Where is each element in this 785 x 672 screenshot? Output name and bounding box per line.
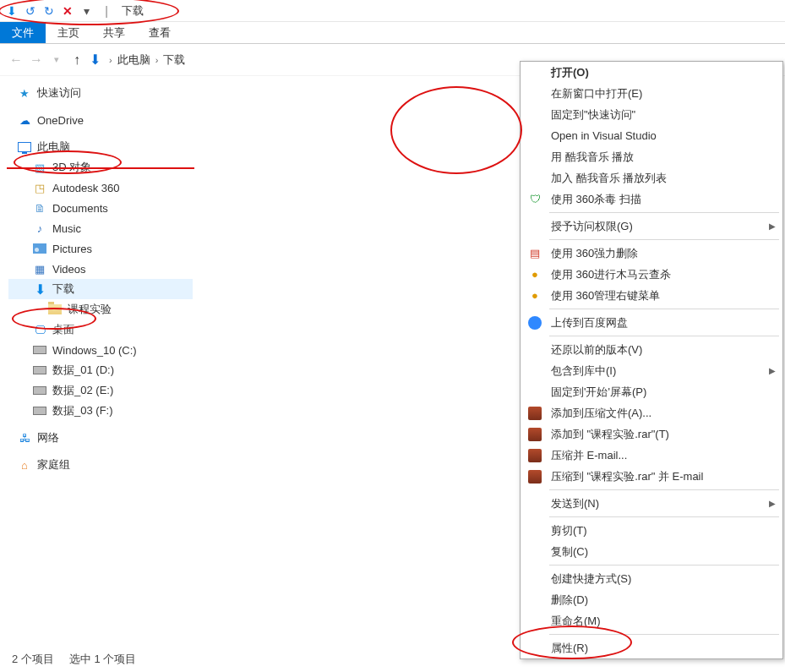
sidebar-item-label: Documents <box>52 202 108 215</box>
tab-home[interactable]: 主页 <box>46 22 91 43</box>
ctx-grant-access[interactable]: 授予访问权限(G)▶ <box>521 216 782 237</box>
sidebar-item-pictures[interactable]: Pictures <box>8 238 193 259</box>
nav-back-button[interactable]: ← <box>7 51 25 69</box>
ctx-rar-add[interactable]: 添加到压缩文件(A)... <box>521 402 782 423</box>
shred-icon: ▤ <box>526 244 544 263</box>
sidebar-item-label: 课程实验 <box>68 302 112 317</box>
titlebar: ⬇ ↺ ↻ ✕ ▾ | 下载 <box>0 0 785 22</box>
sidebar-network[interactable]: 🖧 网络 <box>8 428 193 448</box>
sidebar-item-desktop[interactable]: 🖵 桌面 <box>8 320 193 340</box>
separator <box>549 516 779 517</box>
ctx-360-trojan[interactable]: ●使用 360进行木马云查杀 <box>521 264 782 285</box>
ctx-360-scan[interactable]: 🛡使用 360杀毒 扫描 <box>521 188 782 210</box>
sidebar-item-f-drive[interactable]: 数据_03 (F:) <box>8 401 193 421</box>
baidu-icon <box>526 314 544 332</box>
ctx-open-new-window[interactable]: 在新窗口中打开(E) <box>521 83 782 104</box>
nav-forward-button[interactable]: → <box>27 51 46 69</box>
tab-share[interactable]: 共享 <box>91 22 137 43</box>
statusbar: 2 个项目 选中 1 个项目 <box>0 647 785 672</box>
ctx-rename[interactable]: 重命名(M) <box>521 610 782 631</box>
shield-icon: 🛡 <box>526 190 544 209</box>
folder-icon: ▧ <box>32 160 47 175</box>
tab-file[interactable]: 文件 <box>0 22 46 43</box>
ctx-baidu-upload[interactable]: 上传到百度网盘 <box>521 312 782 333</box>
chevron-right-icon: ▶ <box>769 366 776 375</box>
ctx-pin-quick[interactable]: 固定到"快速访问" <box>521 104 782 125</box>
ctx-360-menu[interactable]: ●使用 360管理右键菜单 <box>521 285 782 306</box>
documents-icon: 🗎 <box>32 200 47 216</box>
sidebar-item-label: 数据_01 (D:) <box>52 363 114 378</box>
sidebar-item-c-drive[interactable]: Windows_10 (C:) <box>8 340 193 360</box>
qat-dropdown-icon[interactable]: ▾ <box>78 3 95 19</box>
network-icon: 🖧 <box>17 430 32 445</box>
separator <box>549 565 779 565</box>
download-icon: ⬇ <box>90 52 101 68</box>
sidebar-quick-access[interactable]: ★ 快速访问 <box>8 83 193 103</box>
sidebar-item-label: 桌面 <box>52 322 74 337</box>
chevron-right-icon: ▶ <box>769 221 776 231</box>
sidebar-item-e-drive[interactable]: 数据_02 (E:) <box>8 380 193 401</box>
sidebar-item-experiment[interactable]: 课程实验 <box>8 299 193 320</box>
delete-button[interactable]: ✕ <box>59 3 76 19</box>
sidebar-item-label: 数据_03 (F:) <box>52 403 113 418</box>
tab-view[interactable]: 查看 <box>137 22 183 43</box>
ctx-kuwo-play[interactable]: 用 酷我音乐 播放 <box>521 146 782 167</box>
ctx-include-library[interactable]: 包含到库中(I)▶ <box>521 360 782 381</box>
undo-button[interactable]: ↺ <box>22 3 39 19</box>
sidebar-item-autodesk[interactable]: ◳ Autodesk 360 <box>8 178 193 198</box>
sidebar-item-music[interactable]: ♪ Music <box>8 218 193 238</box>
disk-icon: ● <box>526 265 544 284</box>
ctx-copy[interactable]: 复制(C) <box>521 541 782 562</box>
separator <box>549 212 779 213</box>
music-icon: ♪ <box>32 221 47 236</box>
sidebar-item-d-drive[interactable]: 数据_01 (D:) <box>8 360 193 380</box>
ctx-delete[interactable]: 删除(D) <box>521 589 782 610</box>
drive-icon <box>32 342 47 358</box>
sidebar: ★ 快速访问 ☁ OneDrive 此电脑 ▧ 3D 对象 ◳ Autodesk… <box>0 76 194 647</box>
sidebar-item-documents[interactable]: 🗎 Documents <box>8 198 193 218</box>
homegroup-icon: ⌂ <box>17 457 32 473</box>
ctx-restore[interactable]: 还原以前的版本(V) <box>521 339 782 360</box>
ctx-cut[interactable]: 剪切(T) <box>521 520 782 541</box>
desktop-icon: 🖵 <box>32 322 47 337</box>
folder-icon <box>47 302 63 317</box>
quick-access-toolbar: ⬇ ↺ ↻ ✕ ▾ | <box>3 3 117 19</box>
ctx-shortcut[interactable]: 创建快捷方式(S) <box>521 568 782 589</box>
sidebar-item-label: Videos <box>52 263 86 276</box>
ctx-sendto[interactable]: 发送到(N)▶ <box>521 493 782 514</box>
sidebar-item-videos[interactable]: ▦ Videos <box>8 259 193 279</box>
rar-icon <box>526 467 544 486</box>
sidebar-item-3d[interactable]: ▧ 3D 对象 <box>8 157 193 178</box>
ctx-pin-start[interactable]: 固定到'开始'屏幕(P) <box>521 381 782 402</box>
ctx-rar-name-email[interactable]: 压缩到 "课程实验.rar" 并 E-mail <box>521 466 782 487</box>
window-title: 下载 <box>122 3 144 19</box>
rar-icon <box>526 425 544 444</box>
breadcrumb-sep-icon: › <box>155 55 159 65</box>
redo-button[interactable]: ↻ <box>41 3 57 19</box>
sidebar-thispc[interactable]: 此电脑 <box>8 137 193 157</box>
sidebar-item-label: 下载 <box>52 281 74 297</box>
sidebar-onedrive[interactable]: ☁ OneDrive <box>8 110 193 130</box>
ctx-360-delete[interactable]: ▤使用 360强力删除 <box>521 243 782 264</box>
videos-icon: ▦ <box>32 261 47 276</box>
ctx-open-vs[interactable]: Open in Visual Studio <box>521 125 782 146</box>
sidebar-item-downloads[interactable]: ⬇ 下载 <box>8 279 193 299</box>
sidebar-item-label: 家庭组 <box>37 457 70 473</box>
crumb-thispc[interactable]: 此电脑 <box>117 52 150 68</box>
nav-up-button[interactable]: ↑ <box>68 51 86 69</box>
ctx-rar-add-name[interactable]: 添加到 "课程实验.rar"(T) <box>521 423 782 445</box>
ctx-rar-email[interactable]: 压缩并 E-mail... <box>521 445 782 466</box>
rar-icon <box>526 446 544 465</box>
sidebar-item-label: Pictures <box>52 243 92 255</box>
crumb-downloads[interactable]: 下载 <box>163 52 185 68</box>
chevron-right-icon: ▶ <box>769 499 776 508</box>
separator <box>549 309 779 309</box>
ctx-kuwo-add[interactable]: 加入 酷我音乐 播放列表 <box>521 167 782 188</box>
ribbon-tabs: 文件 主页 共享 查看 <box>0 22 785 44</box>
rar-icon <box>526 404 544 423</box>
ctx-open[interactable]: 打开(O) <box>521 62 782 83</box>
sidebar-item-label: 此电脑 <box>37 139 70 155</box>
sidebar-item-label: Music <box>52 222 81 235</box>
sidebar-homegroup[interactable]: ⌂ 家庭组 <box>8 455 193 475</box>
nav-history-icon[interactable]: ▾ <box>47 51 66 69</box>
